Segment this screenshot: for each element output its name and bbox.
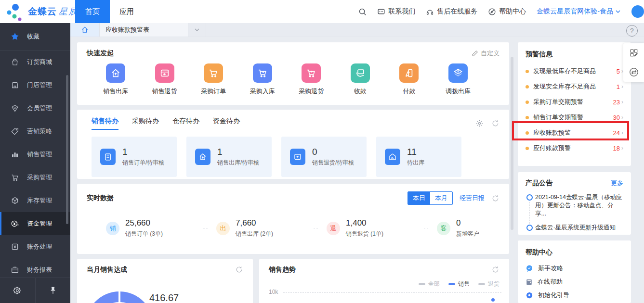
sidebar-item-purchase-mgmt[interactable]: 采购管理 — [0, 166, 70, 189]
quick-item-transfer-outbound[interactable]: 调拨出库 — [439, 63, 477, 96]
help-question-icon[interactable]: ? — [626, 25, 638, 37]
help-center-link[interactable]: 帮助中心 — [488, 7, 526, 16]
help-center-title: 帮助中心 — [526, 248, 552, 256]
search-icon[interactable] — [358, 8, 367, 16]
stat-outbound: 出 7,660 销售出库 (2单) — [216, 218, 313, 238]
timeline-line — [529, 202, 530, 224]
help-item-online-help[interactable]: 在线帮助 — [526, 275, 623, 289]
sidebar-item-sales-mgmt[interactable]: 销售管理 — [0, 143, 70, 166]
switch-view-button[interactable] — [623, 63, 644, 82]
refresh-icon[interactable] — [491, 265, 499, 274]
quick-item-make-payment[interactable]: 付款 — [390, 63, 428, 96]
account-switcher[interactable]: 金蝶云星辰官网体验-食品 — [537, 7, 621, 16]
alert-item-min-stock[interactable]: 发现最低库存不足商品 5 › — [526, 63, 623, 79]
chat-icon — [377, 8, 385, 16]
alert-item-receivables[interactable]: 应收账款预警 24 › — [526, 125, 623, 140]
sidebar-item-store-mgmt[interactable]: 门店管理 — [0, 74, 70, 97]
customize-layout-button[interactable] — [623, 43, 644, 63]
announcement-item[interactable]: 金蝶云·星辰系统更新升级通知 — [526, 224, 624, 232]
pencil-icon — [472, 50, 478, 57]
customize-button[interactable]: 自定义 — [472, 49, 499, 58]
tab-purchase-todo[interactable]: 采购待办 — [132, 117, 159, 130]
help-item-init-guide[interactable]: 初始化引导 — [526, 289, 623, 302]
legend-all[interactable]: 全部 — [419, 280, 440, 288]
shopping-bag-icon — [11, 58, 19, 66]
nav-tab-apps[interactable]: 应用 — [110, 0, 144, 23]
legend-sales[interactable]: 销售 — [448, 280, 470, 288]
announcement-item[interactable]: 2021-09-14金蝶云·星辰（移动应用）更新公告：移动盘点、分享... — [526, 193, 624, 218]
legend-swatch — [478, 283, 485, 285]
pay-money-icon — [399, 63, 419, 83]
sidebar-item-financial-reports[interactable]: 财务报表 — [0, 258, 70, 278]
sidebar-item-funds-mgmt[interactable]: 资金管理 — [0, 212, 70, 235]
page-tab-bar: 应收账款预警表 — [70, 23, 644, 37]
sidebar-scrollbar[interactable] — [66, 75, 68, 224]
alert-item-purchase-due[interactable]: 采购订单交期预警 23 › — [526, 94, 623, 110]
tab-sales-todo[interactable]: 销售待办 — [92, 117, 118, 130]
alert-item-safe-stock[interactable]: 发现安全库存不足商品 1 › — [526, 79, 623, 94]
sidebar-settings-button[interactable] — [0, 278, 36, 303]
quick-item-sales-outbound[interactable]: 销售出库 — [96, 63, 135, 96]
toggle-month[interactable]: 本月 — [430, 192, 452, 204]
period-toggle[interactable]: 本日 本月 — [407, 191, 453, 205]
toggle-today[interactable]: 本日 — [408, 192, 430, 204]
stat-sales: 销 25,660 销售订单 (3单) — [106, 218, 202, 238]
todo-stat-sales-return[interactable]: 0 销售退货/待审核 — [281, 137, 367, 177]
announcements-card: 产品公告 更多 2021-09-14金蝶云·星辰（移动应用）更新公告：移动盘点、… — [518, 172, 631, 235]
refresh-icon[interactable] — [235, 265, 243, 274]
quick-item-sales-return[interactable]: 销售退货 — [145, 63, 184, 96]
todo-stat-sales-outbound[interactable]: 1 销售出库/待审核 — [186, 137, 272, 177]
daily-report-link[interactable]: 经营日报 — [460, 194, 485, 202]
sidebar-item-accounting[interactable]: 账务处理 — [0, 235, 70, 258]
clipboard-icon — [100, 149, 116, 165]
chevron-down-icon — [615, 9, 621, 14]
refresh-icon[interactable] — [491, 194, 499, 202]
donut-value: 416.67 — [149, 292, 179, 303]
realtime-data-card: 实时数据 本日 本月 经营日报 销 25,660 销售订单 (3单) 出 7,6… — [77, 184, 509, 254]
tab-dropdown[interactable] — [188, 23, 206, 37]
timeline-dot-icon — [526, 194, 533, 201]
chevron-right-icon: › — [621, 129, 623, 136]
alert-item-payables[interactable]: 应付账款预警 18 › — [526, 140, 623, 156]
tab-funds-todo[interactable]: 资金待办 — [213, 117, 240, 130]
tab-warehouse-todo[interactable]: 仓存待办 — [172, 117, 199, 130]
contact-us-link[interactable]: 联系我们 — [377, 7, 415, 16]
quick-item-receive-payment[interactable]: 收款 — [341, 63, 380, 96]
quick-item-purchase-order[interactable]: 采购订单 — [194, 63, 233, 96]
yen-box-icon — [11, 242, 19, 251]
legend-returns[interactable]: 退货 — [478, 280, 499, 288]
chevron-right-icon: › — [621, 83, 623, 90]
refresh-icon[interactable] — [491, 119, 499, 127]
cart-return-icon — [302, 63, 321, 83]
gear-icon — [13, 286, 22, 295]
avatar[interactable] — [631, 5, 644, 18]
quick-item-purchase-return[interactable]: 采购退货 — [292, 63, 330, 96]
chevron-down-icon — [194, 27, 200, 33]
home-tab[interactable] — [70, 23, 99, 37]
todo-stat-sales-orders[interactable]: 1 销售订单/待审核 — [92, 137, 177, 177]
nav-tab-home[interactable]: 首页 — [75, 0, 110, 23]
swap-arrows-icon — [629, 67, 639, 77]
sidebar-item-favorites[interactable]: 收藏 — [0, 23, 70, 50]
main-scrollbar[interactable] — [511, 57, 513, 230]
chat-bubble-icon — [526, 265, 533, 272]
divider — [203, 228, 208, 228]
sidebar-item-inventory-mgmt[interactable]: 库存管理 — [0, 189, 70, 212]
after-sales-service-link[interactable]: 售后在线服务 — [426, 7, 477, 16]
sidebar-item-member-mgmt[interactable]: 会员管理 — [0, 97, 70, 120]
floating-tools-panel — [623, 43, 644, 82]
sidebar-item-marketing[interactable]: 营销策略 — [0, 120, 70, 143]
legend-swatch — [419, 283, 425, 285]
quick-item-purchase-inbound[interactable]: 采购入库 — [243, 63, 282, 96]
todo-stat-to-outbound[interactable]: 11 待出库 — [376, 137, 461, 177]
open-page-tab[interactable]: 应收账款预警表 — [99, 23, 188, 37]
gear-icon[interactable] — [475, 119, 484, 127]
sidebar-pin-button[interactable] — [36, 278, 71, 303]
help-item-beginner-guide[interactable]: 新手攻略 — [526, 262, 623, 275]
brand-logo: 金蝶云 星辰 — [4, 2, 78, 21]
sidebar-item-order-mall[interactable]: 订货商城 — [0, 50, 70, 74]
alert-item-sales-due[interactable]: 销售订单交期预警 30 › — [526, 110, 623, 125]
bar-chart-icon — [11, 150, 19, 159]
sidebar: 收藏 订货商城 门店管理 会员管理 营销策略 销售管理 采购管理 库存管理 — [0, 23, 70, 303]
more-link[interactable]: 更多 — [611, 179, 623, 188]
